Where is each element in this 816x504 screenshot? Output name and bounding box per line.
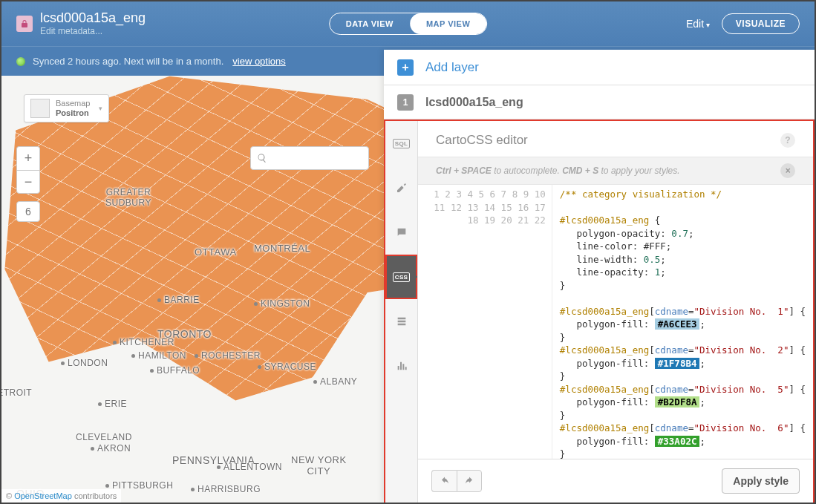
help-icon[interactable]: ? xyxy=(780,133,795,148)
map-label: AKRON xyxy=(91,443,131,454)
infowindow-tab[interactable] xyxy=(385,210,417,255)
cartocss-tab[interactable]: CSS xyxy=(385,255,417,299)
chevron-down-icon: ▾ xyxy=(99,105,102,112)
add-layer-label[interactable]: Add layer xyxy=(425,60,479,75)
sql-tab[interactable]: SQL xyxy=(385,121,417,166)
edit-menu[interactable]: Edit xyxy=(686,18,710,30)
close-hint-icon[interactable]: × xyxy=(780,163,795,178)
visualize-button[interactable]: VISUALIZE xyxy=(722,13,800,34)
osm-link[interactable]: OpenStreetMap xyxy=(14,491,72,500)
tool-rail: SQL CSS xyxy=(384,121,418,503)
layer-index-badge: 1 xyxy=(397,94,414,111)
basemap-label: Basemap xyxy=(56,99,90,108)
search-icon xyxy=(257,153,267,163)
redo-button[interactable] xyxy=(457,470,482,492)
edit-metadata-link[interactable]: Edit metadata... xyxy=(40,26,146,36)
undo-button[interactable] xyxy=(431,470,457,492)
editor-title: CartoCSS editor xyxy=(436,133,528,148)
view-toggle: DATA VIEW MAP VIEW xyxy=(329,13,488,35)
map-label: ALLENTOWN xyxy=(217,462,282,472)
side-panel: + Add layer 1 lcsd000a15a_eng SQL CSS Ca… xyxy=(384,50,815,503)
map-label: CLEVELAND xyxy=(76,432,132,442)
map-label: HARRISBURG xyxy=(191,484,261,494)
map-label: DETROIT xyxy=(1,387,32,398)
map-label: ERIE xyxy=(98,399,127,409)
zoom-in-button[interactable]: + xyxy=(16,146,40,170)
map-label: NEW YORK CITY xyxy=(291,454,347,477)
map-label: ALBANY xyxy=(313,376,357,387)
app-header: lcsd000a15a_eng Edit metadata... DATA VI… xyxy=(1,1,815,46)
basemap-thumbnail xyxy=(30,99,50,118)
code-editor[interactable]: 1 2 3 4 5 6 7 8 9 10 11 12 13 14 15 16 1… xyxy=(418,185,813,459)
add-layer-button[interactable]: + xyxy=(397,59,414,76)
map-search-input[interactable] xyxy=(272,153,362,164)
lock-icon xyxy=(16,16,33,32)
legends-tab[interactable] xyxy=(385,299,417,344)
sync-status-text: Synced 2 hours ago. Next will be in a mo… xyxy=(33,56,223,67)
layer-row[interactable]: 1 lcsd000a15a_eng xyxy=(384,85,815,120)
basemap-selector[interactable]: BasemapPositron ▾ xyxy=(24,94,109,122)
line-gutter: 1 2 3 4 5 6 7 8 9 10 11 12 13 14 15 16 1… xyxy=(418,185,552,459)
map-label: PENNSYLVANIA xyxy=(172,454,255,466)
zoom-out-button[interactable]: − xyxy=(16,170,40,194)
map-attribution: © OpenStreetMap contributors xyxy=(1,489,121,503)
data-view-tab[interactable]: DATA VIEW xyxy=(330,13,410,34)
wizard-tab[interactable] xyxy=(385,166,417,210)
view-options-link[interactable]: view options xyxy=(232,56,286,67)
sync-status-icon xyxy=(16,57,25,66)
layer-name: lcsd000a15a_eng xyxy=(425,96,523,109)
map-search[interactable] xyxy=(250,146,369,170)
map-label: LONDON xyxy=(61,358,108,368)
apply-style-button[interactable]: Apply style xyxy=(722,468,800,494)
filters-tab[interactable] xyxy=(385,344,417,388)
code-content[interactable]: /** category visualization */ #lcsd000a1… xyxy=(552,185,813,459)
basemap-name: Positron xyxy=(56,108,89,117)
map-view-tab[interactable]: MAP VIEW xyxy=(410,13,486,34)
editor-hint: Ctrl + SPACE to autocomplete. CMD + S to… xyxy=(418,157,813,185)
page-title: lcsd000a15a_eng xyxy=(40,11,146,26)
zoom-level: 6 xyxy=(16,201,40,222)
